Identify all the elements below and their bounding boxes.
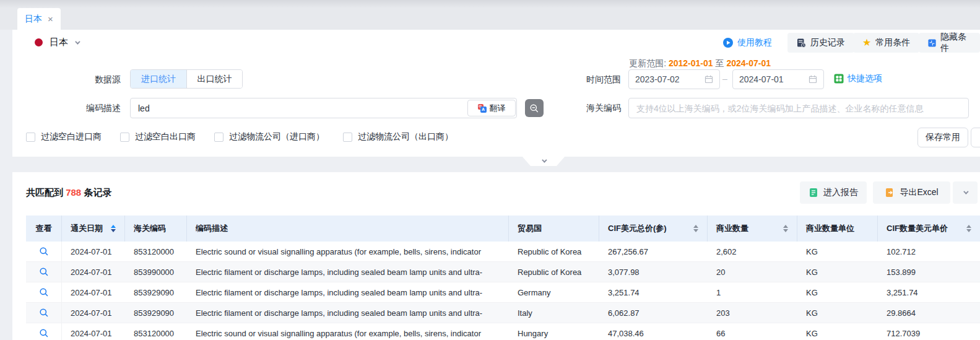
datasource-label: 数据源 (46, 74, 121, 85)
view-detail-button[interactable] (26, 323, 62, 340)
table-cell: 712.7039 (878, 323, 980, 340)
view-magnifier-icon (39, 267, 49, 277)
export-excel-button[interactable]: 导出Excel (873, 181, 950, 204)
table-cell: Republic of Korea (509, 262, 599, 282)
filter-checkbox-label: 过滤空白出口商 (135, 131, 196, 142)
filter-checkbox-label: 过滤物流公司（进口商） (229, 131, 324, 142)
save-favorite-button[interactable]: 保存常用 (917, 128, 968, 147)
window-top-strip (0, 0, 980, 8)
query-panel: 日本 使用教程 历史记录 ★ 常用条件 隐藏条件 更新范围: 2012-01-0… (12, 30, 980, 157)
table-cell: KG (797, 323, 878, 340)
favorites-button[interactable]: ★ 常用条件 (853, 33, 919, 53)
table-cell: 29.8664 (878, 303, 980, 323)
table-cell: 2024-07-01 (62, 303, 125, 323)
column-header: 编码描述 (187, 216, 509, 242)
table-cell: 153.899 (878, 262, 980, 282)
translate-button[interactable]: 中 A 翻译 (467, 100, 516, 116)
sort-icon[interactable] (111, 225, 116, 232)
export-excel-label: 导出Excel (900, 187, 938, 198)
update-range-to: 2024-07-01 (726, 58, 771, 68)
table-cell: Electric filament or discharge lamps, in… (187, 262, 509, 282)
date-to-value: 2024-07-01 (739, 74, 784, 84)
update-range-label: 更新范围: (629, 58, 666, 68)
result-count-title: 共匹配到 788 条记录 (26, 187, 111, 199)
translate-label: 翻译 (490, 103, 506, 114)
table-cell: 853120000 (125, 242, 187, 261)
table-cell: 203 (708, 303, 797, 323)
checkbox-icon[interactable] (120, 133, 129, 142)
table-cell: 853929090 (125, 303, 187, 323)
result-count-suffix: 条记录 (84, 187, 111, 198)
column-header[interactable]: CIF数量美元单价 (878, 216, 980, 242)
checkbox-icon[interactable] (214, 133, 223, 142)
quick-options-label: 快捷选项 (848, 73, 882, 84)
collapse-panel-button[interactable] (522, 156, 565, 166)
date-from-input[interactable]: 2023-07-02 (628, 69, 720, 89)
table-cell: Electric filament or discharge lamps, in… (187, 303, 509, 323)
column-header-label: 查看 (36, 223, 52, 234)
tab-close-icon[interactable]: × (48, 14, 53, 24)
calendar-icon (809, 75, 817, 84)
country-selector[interactable]: 日本 (35, 37, 79, 48)
column-header[interactable]: 商业数量 (708, 216, 797, 242)
translate-icon: 中 A (478, 104, 487, 113)
zoom-out-icon (529, 103, 539, 113)
date-to-input[interactable]: 2024-07-01 (732, 69, 824, 89)
filter-checkbox[interactable]: 过滤空白出口商 (120, 131, 196, 142)
filter-checkbox[interactable]: 过滤空白进口商 (26, 131, 102, 142)
date-range-dash: – (722, 74, 727, 84)
filter-checkbox[interactable]: 过滤物流公司（进口商） (214, 131, 324, 142)
sort-icon[interactable] (693, 225, 698, 232)
clipped-edge-button[interactable] (971, 128, 980, 147)
filter-checkbox[interactable]: 过滤物流公司（出口商） (343, 131, 453, 142)
tab-japan[interactable]: 日本 × (17, 8, 61, 30)
history-button[interactable]: 历史记录 (787, 33, 854, 53)
zoom-out-search-button[interactable] (525, 99, 544, 117)
view-magnifier-icon (39, 328, 49, 338)
column-header: 贸易国 (509, 216, 599, 242)
column-header-label: 海关编码 (134, 223, 166, 234)
tutorial-label: 使用教程 (737, 37, 772, 48)
view-magnifier-icon (39, 308, 49, 318)
column-header: 查看 (26, 216, 62, 242)
results-table: 查看通关日期海关编码编码描述贸易国CIF美元总价(参)商业数量商业数量单位CIF… (26, 216, 980, 340)
checkbox-icon[interactable] (26, 133, 35, 142)
code-description-label: 编码描述 (46, 103, 121, 114)
view-detail-button[interactable] (26, 303, 62, 323)
table-cell: 6,062.87 (599, 303, 708, 323)
column-header-label: CIF数量美元单价 (887, 223, 948, 234)
favorites-label: 常用条件 (875, 37, 910, 48)
calendar-icon (705, 75, 713, 84)
export-dropdown-button[interactable] (953, 181, 978, 204)
hs-code-input[interactable] (628, 98, 969, 118)
table-cell: 3,251.74 (599, 282, 708, 302)
enter-report-button[interactable]: 进入报告 (800, 181, 867, 204)
export-stats-tab[interactable]: 出口统计 (186, 70, 242, 88)
result-count-prefix: 共匹配到 (26, 187, 63, 198)
japan-flag-icon (35, 38, 43, 46)
tutorial-link[interactable]: 使用教程 (723, 33, 772, 53)
view-detail-button[interactable] (26, 282, 62, 302)
quick-options-link[interactable]: 快捷选项 (834, 73, 882, 84)
table-cell: Republic of Korea (509, 242, 599, 261)
table-cell: Germany (509, 282, 599, 302)
import-stats-tab[interactable]: 进口统计 (131, 70, 186, 88)
table-cell: 3,251.74 (878, 282, 980, 302)
hide-conditions-button[interactable]: 隐藏条件 (919, 33, 980, 53)
checkbox-icon[interactable] (343, 133, 352, 142)
update-range-note: 更新范围: 2012-01-01 至 2024-07-01 (588, 58, 771, 69)
sort-icon[interactable] (966, 225, 971, 232)
table-row: 2024-07-01853120000Electric sound or vis… (26, 242, 980, 262)
view-detail-button[interactable] (26, 262, 62, 282)
table-cell: 3,077.98 (599, 262, 708, 282)
code-description-input[interactable] (130, 98, 517, 118)
app-root: 日本 × 日本 使用教程 历史记录 ★ 常用条件 隐藏条件 更新范围: 20 (0, 0, 980, 340)
column-header: 海关编码 (125, 216, 187, 242)
table-header-row: 查看通关日期海关编码编码描述贸易国CIF美元总价(参)商业数量商业数量单位CIF… (26, 216, 980, 242)
filter-checkbox-row: 过滤空白进口商过滤空白出口商过滤物流公司（进口商）过滤物流公司（出口商） (26, 131, 453, 142)
sort-icon[interactable] (783, 225, 788, 232)
table-cell: 2024-07-01 (62, 282, 125, 302)
column-header[interactable]: CIF美元总价(参) (599, 216, 708, 242)
column-header[interactable]: 通关日期 (62, 216, 125, 242)
view-detail-button[interactable] (26, 242, 62, 261)
